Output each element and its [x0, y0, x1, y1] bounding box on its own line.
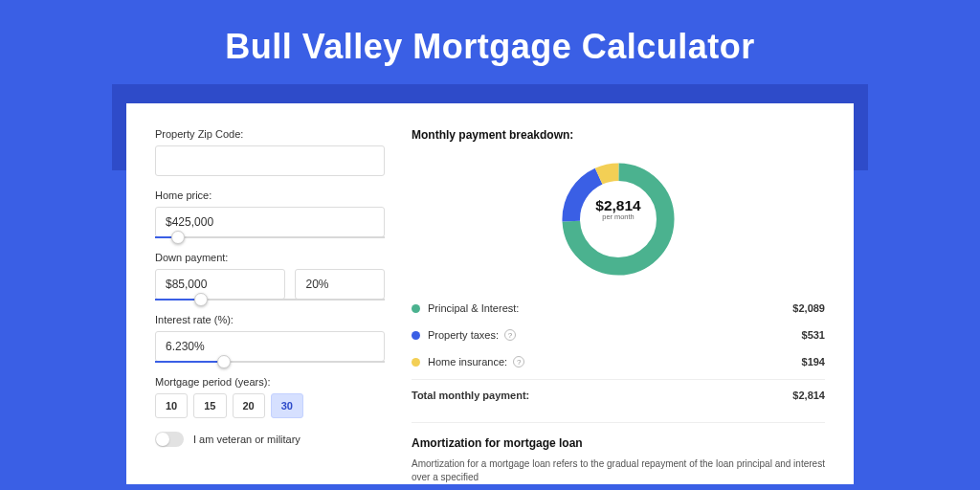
home-price-slider[interactable] — [155, 236, 385, 238]
donut-svg: $2,814 per month — [556, 157, 680, 281]
page-title: Bull Valley Mortgage Calculator — [0, 0, 980, 84]
period-group: Mortgage period (years): 10 15 20 30 — [155, 376, 385, 418]
zip-input[interactable] — [155, 145, 385, 176]
home-price-label: Home price: — [155, 189, 385, 201]
breakdown-value-taxes: $531 — [802, 329, 825, 341]
donut-chart: $2,814 per month — [412, 151, 825, 295]
period-options: 10 15 20 30 — [155, 393, 385, 418]
breakdown-label-principal: Principal & Interest: — [428, 302, 792, 314]
amortization-text: Amortization for a mortgage loan refers … — [412, 457, 825, 484]
dot-principal — [412, 304, 420, 313]
breakdown-label-taxes: Property taxes: — [428, 329, 499, 341]
down-payment-amount-input[interactable] — [155, 269, 285, 300]
amortization-title: Amortization for mortgage loan — [412, 436, 825, 450]
dot-taxes — [412, 331, 420, 340]
interest-rate-group: Interest rate (%): — [155, 314, 385, 363]
breakdown-row-insurance: Home insurance: ? $194 — [412, 348, 825, 375]
period-option-15[interactable]: 15 — [193, 393, 226, 418]
breakdown-title: Monthly payment breakdown: — [412, 128, 825, 142]
interest-rate-label: Interest rate (%): — [155, 314, 385, 325]
zip-label: Property Zip Code: — [155, 128, 385, 140]
breakdown-row-principal: Principal & Interest: $2,089 — [412, 295, 825, 322]
zip-field-group: Property Zip Code: — [155, 128, 385, 176]
donut-sub: per month — [580, 213, 657, 222]
veteran-toggle-knob — [156, 433, 169, 446]
interest-rate-slider-thumb[interactable] — [217, 355, 231, 368]
donut-amount: $2,814 — [580, 195, 657, 213]
info-icon[interactable]: ? — [504, 329, 516, 341]
down-payment-slider[interactable] — [155, 299, 385, 301]
info-icon[interactable]: ? — [513, 356, 524, 368]
calculator-card: Property Zip Code: Home price: Down paym… — [126, 103, 854, 484]
veteran-label: I am veteran or military — [193, 434, 301, 445]
veteran-row: I am veteran or military — [155, 432, 385, 447]
breakdown-value-principal: $2,089 — [792, 302, 825, 314]
down-payment-percent-input[interactable] — [295, 269, 385, 300]
dot-insurance — [412, 358, 420, 367]
breakdown-column: Monthly payment breakdown: $2,814 per mo… — [412, 128, 825, 484]
inputs-column: Property Zip Code: Home price: Down paym… — [155, 128, 385, 484]
breakdown-row-total: Total monthly payment: $2,814 — [412, 379, 825, 409]
interest-rate-input[interactable] — [155, 331, 385, 362]
period-option-20[interactable]: 20 — [233, 393, 265, 418]
breakdown-label-insurance: Home insurance: — [428, 356, 507, 368]
home-price-input[interactable] — [155, 207, 385, 237]
veteran-toggle[interactable] — [155, 432, 184, 447]
period-label: Mortgage period (years): — [155, 376, 385, 388]
breakdown-row-taxes: Property taxes: ? $531 — [412, 322, 825, 348]
down-payment-label: Down payment: — [155, 252, 385, 263]
period-option-30[interactable]: 30 — [271, 393, 303, 418]
interest-rate-slider[interactable] — [155, 361, 385, 363]
breakdown-value-insurance: $194 — [802, 356, 825, 368]
breakdown-total-label: Total monthly payment: — [412, 390, 792, 401]
interest-rate-slider-fill — [155, 361, 224, 363]
down-payment-slider-thumb[interactable] — [194, 293, 208, 306]
breakdown-total-value: $2,814 — [792, 390, 825, 401]
down-payment-group: Down payment: — [155, 252, 385, 301]
period-option-10[interactable]: 10 — [155, 393, 188, 418]
home-price-group: Home price: — [155, 189, 385, 238]
home-price-slider-thumb[interactable] — [171, 231, 185, 244]
amortization-section: Amortization for mortgage loan Amortizat… — [412, 422, 825, 484]
